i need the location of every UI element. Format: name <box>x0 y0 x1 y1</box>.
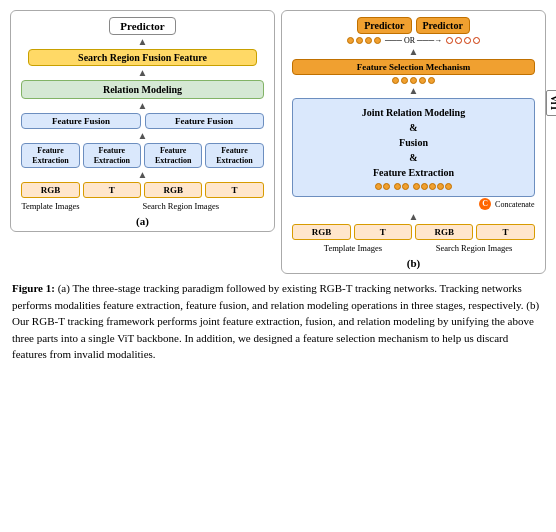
jrm-line3: Feature Extraction <box>373 167 454 178</box>
tk2 <box>383 183 390 190</box>
arrow-1b: ▲ <box>409 47 419 57</box>
tk9 <box>445 183 452 190</box>
predictor-row-b: Predictor Predictor <box>357 17 470 34</box>
rd3 <box>464 37 471 44</box>
concat-label: Concatenate <box>495 200 535 209</box>
rgb-t-row-a: RGB T RGB T <box>21 182 263 198</box>
dots-or-row: ─── OR ───→ <box>347 36 480 45</box>
sd1 <box>392 77 399 84</box>
jrm-amp2: & <box>409 152 417 163</box>
caption-text: (a) The three-stage tracking paradigm fo… <box>12 282 539 360</box>
t-b1: T <box>354 224 412 240</box>
rd4 <box>473 37 480 44</box>
fe-4: FeatureExtraction <box>205 143 263 168</box>
fe-2: FeatureExtraction <box>83 143 141 168</box>
sd5 <box>428 77 435 84</box>
rgb-t-row-b: RGB T RGB T <box>292 224 534 240</box>
figure-label: Figure 1: <box>12 282 55 294</box>
rd2 <box>455 37 462 44</box>
image-labels-a: Template Images Search Region Images <box>21 201 263 211</box>
vit-label: ViT <box>546 90 556 116</box>
joint-relation-box: Joint Relation Modeling & Fusion & Featu… <box>292 98 534 197</box>
predictor-b2: Predictor <box>416 17 470 34</box>
jrm-amp1: & <box>409 122 417 133</box>
diagram-b: (b) ViT Predictor Predictor ─── OR ───→ <box>281 10 546 274</box>
fe-3: FeatureExtraction <box>144 143 202 168</box>
rgb-b2: RGB <box>415 224 473 240</box>
od2 <box>356 37 363 44</box>
rgb-b1: RGB <box>292 224 350 240</box>
arrow-2a: ▲ <box>138 68 148 78</box>
jrm-line1: Joint Relation Modeling <box>362 107 465 118</box>
search-label-a: Search Region Images <box>143 201 264 211</box>
arrow-3a: ▲ <box>138 101 148 111</box>
concat-row: C Concatenate <box>292 198 534 210</box>
diagram-a: (a) Predictor ▲ Search Region Fusion Fea… <box>10 10 275 232</box>
search-region-box: Search Region Fusion Feature <box>28 49 258 66</box>
predictor-b1: Predictor <box>357 17 411 34</box>
tk1 <box>375 183 382 190</box>
search-label-b: Search Region Images <box>414 243 535 253</box>
tk4 <box>402 183 409 190</box>
feature-selection-box: Feature Selection Mechanism <box>292 59 534 75</box>
sd3 <box>410 77 417 84</box>
figure-diagrams: (a) Predictor ▲ Search Region Fusion Fea… <box>10 10 546 274</box>
t-1: T <box>83 182 141 198</box>
template-label-a: Template Images <box>21 201 142 211</box>
arrow-3b: ▲ <box>409 212 419 222</box>
t-2: T <box>205 182 263 198</box>
rd1 <box>446 37 453 44</box>
image-labels-b: Template Images Search Region Images <box>292 243 534 253</box>
t-b2: T <box>476 224 534 240</box>
od4 <box>374 37 381 44</box>
orange-dots-left <box>347 37 381 44</box>
od3 <box>365 37 372 44</box>
or-text: ─── OR ───→ <box>385 36 442 45</box>
diagram-a-label: (a) <box>136 215 149 227</box>
arrow-5a: ▲ <box>138 170 148 180</box>
tk3 <box>394 183 401 190</box>
sd2 <box>401 77 408 84</box>
tk7 <box>429 183 436 190</box>
feature-extraction-row: FeatureExtraction FeatureExtraction Feat… <box>21 143 263 168</box>
arrow-2b: ▲ <box>409 86 419 96</box>
rgb-1: RGB <box>21 182 79 198</box>
concat-circle: C <box>479 198 491 210</box>
figure-caption: Figure 1: (a) The three-stage tracking p… <box>10 280 546 363</box>
token-row <box>297 183 529 190</box>
arrow-4a: ▲ <box>138 131 148 141</box>
tk6 <box>421 183 428 190</box>
rgb-2: RGB <box>144 182 202 198</box>
arrow-1a: ▲ <box>138 37 148 47</box>
od1 <box>347 37 354 44</box>
tk8 <box>437 183 444 190</box>
jrm-line2: Fusion <box>399 137 428 148</box>
red-dots-right <box>446 37 480 44</box>
dots-row-b <box>292 77 534 84</box>
fe-1: FeatureExtraction <box>21 143 79 168</box>
feature-fusion-right: Feature Fusion <box>145 113 264 129</box>
diagram-b-label: (b) <box>407 257 420 269</box>
relation-modeling-box: Relation Modeling <box>21 80 263 99</box>
template-label-b: Template Images <box>292 243 413 253</box>
feature-fusion-row: Feature Fusion Feature Fusion <box>21 113 263 129</box>
predictor-a: Predictor <box>109 17 175 35</box>
feature-fusion-left: Feature Fusion <box>21 113 140 129</box>
sd4 <box>419 77 426 84</box>
tk5 <box>413 183 420 190</box>
